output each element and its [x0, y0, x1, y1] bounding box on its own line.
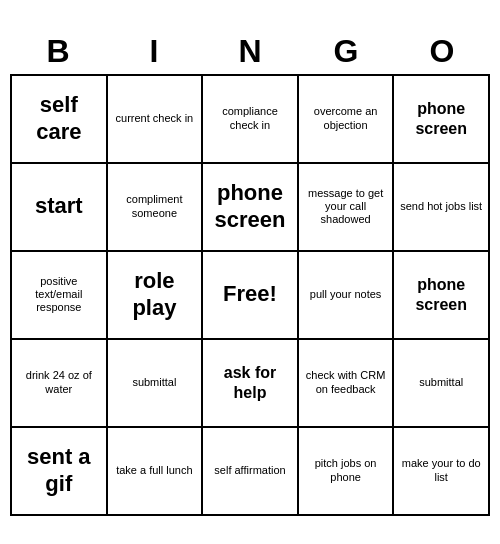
- cell-text-6: compliment someone: [112, 193, 198, 219]
- bingo-cell-14[interactable]: phone screen: [394, 252, 490, 340]
- cell-text-10: positive text/email response: [16, 275, 102, 315]
- bingo-header: B I N G O: [10, 29, 490, 74]
- cell-text-15: drink 24 oz of water: [16, 369, 102, 395]
- cell-text-20: sent a gif: [16, 444, 102, 497]
- bingo-cell-13[interactable]: pull your notes: [299, 252, 395, 340]
- bingo-cell-8[interactable]: message to get your call shadowed: [299, 164, 395, 252]
- bingo-cell-12[interactable]: Free!: [203, 252, 299, 340]
- bingo-cell-15[interactable]: drink 24 oz of water: [12, 340, 108, 428]
- bingo-cell-18[interactable]: check with CRM on feedback: [299, 340, 395, 428]
- header-o: O: [394, 29, 490, 74]
- bingo-cell-6[interactable]: compliment someone: [108, 164, 204, 252]
- bingo-cell-2[interactable]: compliance check in: [203, 76, 299, 164]
- cell-text-0: self care: [16, 92, 102, 145]
- cell-text-19: submittal: [419, 376, 463, 389]
- header-i: I: [106, 29, 202, 74]
- cell-text-3: overcome an objection: [303, 105, 389, 131]
- bingo-card: B I N G O self carecurrent check incompl…: [10, 29, 490, 516]
- bingo-cell-23[interactable]: pitch jobs on phone: [299, 428, 395, 516]
- cell-text-21: take a full lunch: [116, 464, 192, 477]
- cell-text-11: role play: [112, 268, 198, 321]
- cell-text-5: start: [35, 193, 83, 219]
- bingo-cell-16[interactable]: submittal: [108, 340, 204, 428]
- cell-text-4: phone screen: [398, 99, 484, 137]
- cell-text-22: self affirmation: [214, 464, 285, 477]
- cell-text-8: message to get your call shadowed: [303, 187, 389, 227]
- bingo-cell-19[interactable]: submittal: [394, 340, 490, 428]
- bingo-cell-22[interactable]: self affirmation: [203, 428, 299, 516]
- cell-text-13: pull your notes: [310, 288, 382, 301]
- cell-text-2: compliance check in: [207, 105, 293, 131]
- cell-text-12: Free!: [223, 281, 277, 307]
- bingo-cell-5[interactable]: start: [12, 164, 108, 252]
- bingo-cell-7[interactable]: phone screen: [203, 164, 299, 252]
- header-g: G: [298, 29, 394, 74]
- bingo-cell-21[interactable]: take a full lunch: [108, 428, 204, 516]
- bingo-grid: self carecurrent check incompliance chec…: [10, 74, 490, 516]
- header-n: N: [202, 29, 298, 74]
- bingo-cell-1[interactable]: current check in: [108, 76, 204, 164]
- header-b: B: [10, 29, 106, 74]
- bingo-cell-9[interactable]: send hot jobs list: [394, 164, 490, 252]
- bingo-cell-3[interactable]: overcome an objection: [299, 76, 395, 164]
- cell-text-16: submittal: [132, 376, 176, 389]
- bingo-cell-17[interactable]: ask for help: [203, 340, 299, 428]
- cell-text-18: check with CRM on feedback: [303, 369, 389, 395]
- bingo-cell-4[interactable]: phone screen: [394, 76, 490, 164]
- cell-text-14: phone screen: [398, 275, 484, 313]
- bingo-cell-20[interactable]: sent a gif: [12, 428, 108, 516]
- bingo-cell-11[interactable]: role play: [108, 252, 204, 340]
- cell-text-23: pitch jobs on phone: [303, 457, 389, 483]
- cell-text-7: phone screen: [207, 180, 293, 233]
- bingo-cell-10[interactable]: positive text/email response: [12, 252, 108, 340]
- cell-text-24: make your to do list: [398, 457, 484, 483]
- bingo-cell-0[interactable]: self care: [12, 76, 108, 164]
- cell-text-1: current check in: [116, 112, 194, 125]
- cell-text-17: ask for help: [207, 363, 293, 401]
- cell-text-9: send hot jobs list: [400, 200, 482, 213]
- bingo-cell-24[interactable]: make your to do list: [394, 428, 490, 516]
